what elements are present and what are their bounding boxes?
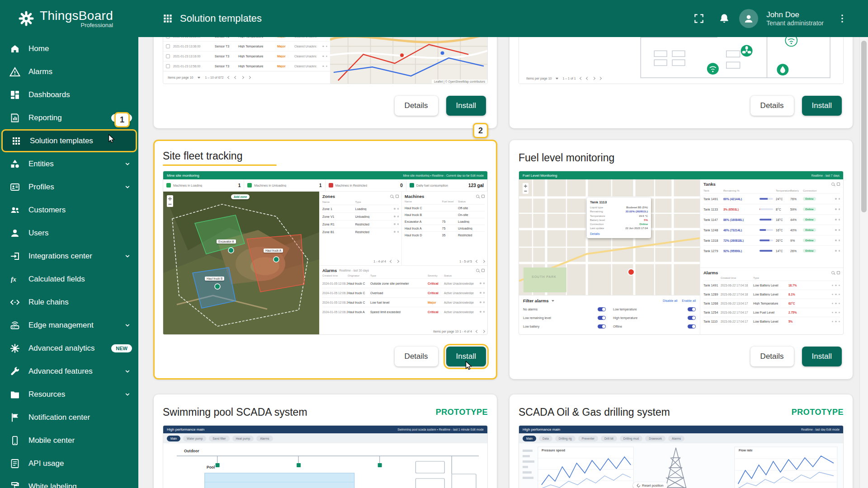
sidebar-item-solution-templates[interactable]: Solution templates xyxy=(1,129,137,152)
chevron-down-icon xyxy=(123,321,132,330)
table-row: 2021-01-23 13:16:00 Sensor T3 High Tempe… xyxy=(163,51,330,61)
svg-text:fx: fx xyxy=(11,276,16,283)
install-button[interactable]: Install xyxy=(802,347,842,366)
card-title: Fuel level monitoring xyxy=(519,152,614,164)
page-title-group: Solution templates xyxy=(162,13,262,24)
search-icon xyxy=(476,195,479,198)
sidebar-item-alarms[interactable]: Alarms xyxy=(0,60,138,83)
table-row: Zone B1Restricted xyxy=(322,228,399,235)
dashboard-title: High performance main xyxy=(167,427,204,432)
stat-icon xyxy=(329,183,333,188)
sidebar-item-advanced-features[interactable]: Advanced features xyxy=(0,360,138,383)
sidebar-item-label: Entities xyxy=(28,160,54,169)
page-prev-icon xyxy=(234,76,237,79)
sidebar-item-label: Advanced analytics xyxy=(28,344,94,353)
table-row: Tank 149160% (42144L)24°C76%Online xyxy=(703,193,840,204)
dashboard-toolbar-text: Mine site monitoring • Realtime - Curren… xyxy=(403,174,484,177)
notifications-button[interactable] xyxy=(714,8,735,29)
sidebar-item-label: Dashboards xyxy=(28,90,70,99)
prototype-badge: PROTOTYPE xyxy=(436,408,488,417)
scrollbar-thumb[interactable] xyxy=(861,41,867,212)
mouse-cursor xyxy=(464,361,474,371)
sidebar-item-notification-center[interactable]: Notification center xyxy=(0,406,138,429)
card-title: SCADA Oil & Gas drilling system xyxy=(519,406,670,418)
more-menu-button[interactable] xyxy=(832,8,853,29)
sidebar-item-calculated-fields[interactable]: fx Calculated fields xyxy=(0,267,138,291)
sidebar-item-label: Edge management xyxy=(28,321,94,330)
details-button[interactable]: Details xyxy=(395,347,438,366)
page-next-icon xyxy=(241,76,244,79)
sidebar-item-label: White labeling xyxy=(28,482,77,488)
person-icon xyxy=(8,228,22,239)
sidebar-item-rule-chains[interactable]: Rule chains xyxy=(0,291,138,314)
sidebar-item-label: Mobile center xyxy=(28,436,75,445)
sidebar-item-api-usage[interactable]: API usage xyxy=(0,452,138,475)
toggle-switch xyxy=(688,324,696,328)
filter-toggle-row: Low battery xyxy=(523,322,606,331)
map-marker-label: Haul truck A xyxy=(264,249,283,253)
install-button[interactable]: Install xyxy=(802,96,842,116)
avatar[interactable] xyxy=(739,9,758,28)
sidebar-item-profiles[interactable]: Profiles xyxy=(0,175,138,198)
table-row: 2024-01-05 12:06:26Haul truck ASpeed lim… xyxy=(322,307,485,316)
warning-icon xyxy=(8,66,22,77)
table-row: Tank 11102023-06-22 17:04:17Low Battery … xyxy=(703,317,840,326)
kebab-menu-icon xyxy=(837,13,848,24)
page-next-icon xyxy=(248,76,251,79)
sidebar-item-white-labeling[interactable]: White labeling xyxy=(0,475,138,488)
sidebar-item-label: Alarms xyxy=(28,67,52,76)
satellite-map: Add zone Excavator A Haul truck A Haul t… xyxy=(163,192,319,335)
sidebar-item-advanced-analytics[interactable]: Advanced analytics NEW xyxy=(0,337,138,360)
table-row: Zone V1Unloading xyxy=(322,212,399,220)
install-button[interactable]: Install xyxy=(446,96,486,116)
stat-icon xyxy=(247,183,252,188)
fuel-template-thumbnail: Fuel Level Monitoring Realtime - last 7 … xyxy=(519,171,844,335)
table-row: Haul truck A75Unloading xyxy=(405,225,485,231)
filter-toggle-row: High temperature xyxy=(613,314,696,322)
map-marker-label: Excavator A xyxy=(217,239,236,244)
chart-title: Flow rate xyxy=(739,449,753,452)
dashboard-tabs: Main Water pump Sand filter Heat pump Al… xyxy=(163,433,487,443)
paint-icon xyxy=(8,481,22,488)
rule-chain-icon xyxy=(8,297,22,308)
card-title: Site fleet tracking xyxy=(163,150,277,166)
filter-toggle-row: Low temperature xyxy=(613,305,696,314)
page-prev-icon xyxy=(227,76,231,79)
toggle-switch xyxy=(688,316,696,320)
sidebar-item-integrations-center[interactable]: Integrations center xyxy=(0,244,138,267)
sidebar-item-entities[interactable]: Entities xyxy=(0,152,138,175)
checkbox-icon xyxy=(166,54,170,58)
sidebar-item-resources[interactable]: Resources xyxy=(0,383,138,406)
home-icon xyxy=(8,43,22,54)
fleet-template-thumbnail: Mine site monitoring Mine site monitorin… xyxy=(163,171,488,335)
brand-subtitle: Professional xyxy=(40,22,113,28)
template-card-oil-gas-scada: SCADA Oil & Gas drilling system PROTOTYP… xyxy=(509,394,853,488)
details-button[interactable]: Details xyxy=(750,96,794,116)
sidebar-item-home[interactable]: Home xyxy=(0,37,138,60)
details-button[interactable]: Details xyxy=(750,347,794,366)
sidebar-item-customers[interactable]: Customers xyxy=(0,198,138,221)
add-zone-button: Add zone xyxy=(231,194,250,199)
disable-all-link: Disable all xyxy=(663,299,677,302)
brand-logo[interactable]: ThingsBoard Professional xyxy=(0,9,138,28)
sidebar-item-users[interactable]: Users xyxy=(0,221,138,244)
sidebar-item-edge-management[interactable]: Edge management xyxy=(0,314,138,337)
chevron-down-icon xyxy=(123,367,132,376)
page-scrollbar[interactable] xyxy=(859,37,868,488)
dropdown-arrow-icon xyxy=(198,77,200,79)
map-attribution: Leaflet | © OpenStreetMap contributors xyxy=(432,80,487,84)
user-info[interactable]: John Doe Tenant administrator xyxy=(766,10,824,28)
dashboard-toolbar-text: Swimming pool scada system • Realtime - … xyxy=(397,428,484,431)
app-window: ThingsBoard Professional Solution templa… xyxy=(0,0,868,488)
table-row: 2024-01-05 12:06:28Haul truck COutside z… xyxy=(322,278,485,288)
scada-diagram: Outdoor Pool xyxy=(163,443,487,488)
sidebar-item-mobile-center[interactable]: Mobile center xyxy=(0,429,138,452)
chart-title: Pressure speed xyxy=(542,449,565,452)
dashboard-tabs: Main Data Drilling rig Preventer Drill b… xyxy=(519,433,843,443)
fullscreen-button[interactable] xyxy=(689,8,709,29)
smartphone-icon xyxy=(8,435,22,446)
table-row: Tank 14912023-06-22 17:04:18Low Battery … xyxy=(703,281,840,290)
sidebar-item-dashboards[interactable]: Dashboards xyxy=(0,83,138,106)
details-button[interactable]: Details xyxy=(395,96,438,116)
new-badge: NEW xyxy=(111,344,132,352)
